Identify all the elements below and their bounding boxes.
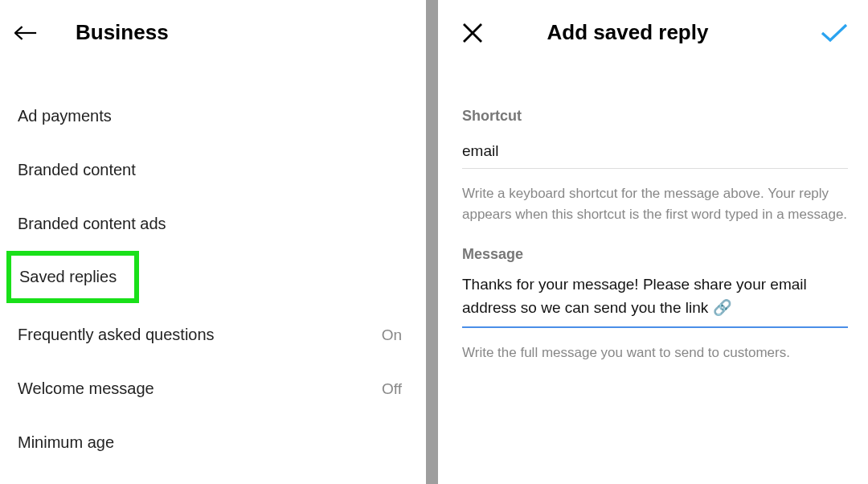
menu-item-label: Branded content <box>18 161 136 179</box>
settings-menu: Ad payments Branded content Branded cont… <box>0 65 426 470</box>
menu-item-label: Minimum age <box>18 433 114 452</box>
message-section: Message Thanks for your message! Please … <box>462 246 848 363</box>
menu-item-status: On <box>382 326 402 344</box>
shortcut-input[interactable]: email <box>462 142 848 169</box>
menu-item-label: Branded content ads <box>18 215 166 233</box>
back-arrow-icon[interactable] <box>14 25 37 41</box>
shortcut-label: Shortcut <box>462 108 848 125</box>
menu-item-label: Frequently asked questions <box>18 326 215 344</box>
left-header: Business <box>0 0 426 65</box>
panel-divider <box>426 0 438 484</box>
menu-item-minimum-age[interactable]: Minimum age <box>0 416 426 470</box>
menu-item-label: Saved replies <box>19 268 117 285</box>
message-label: Message <box>462 246 848 263</box>
menu-item-branded-content[interactable]: Branded content <box>0 143 426 197</box>
page-title: Add saved reply <box>547 20 709 45</box>
menu-item-welcome-message[interactable]: Welcome message Off <box>0 362 426 416</box>
menu-item-faq[interactable]: Frequently asked questions On <box>0 303 426 362</box>
menu-item-label: Welcome message <box>18 379 154 398</box>
message-input[interactable]: Thanks for your message! Please share yo… <box>462 273 848 328</box>
page-title: Business <box>76 20 169 45</box>
message-help-text: Write the full message you want to send … <box>462 342 848 363</box>
menu-item-label: Ad payments <box>18 107 112 125</box>
menu-item-ad-payments[interactable]: Ad payments <box>0 89 426 143</box>
business-settings-panel: Business Ad payments Branded content Bra… <box>0 0 426 484</box>
menu-item-saved-replies-highlight[interactable]: Saved replies <box>6 251 139 303</box>
add-saved-reply-panel: Add saved reply Shortcut email Write a k… <box>438 0 868 484</box>
shortcut-section: Shortcut email Write a keyboard shortcut… <box>462 108 848 226</box>
menu-item-status: Off <box>382 380 402 398</box>
shortcut-help-text: Write a keyboard shortcut for the messag… <box>462 183 848 226</box>
menu-item-branded-content-ads[interactable]: Branded content ads <box>0 197 426 251</box>
confirm-check-icon[interactable] <box>821 23 848 43</box>
right-header: Add saved reply <box>462 20 848 45</box>
message-value: Thanks for your message! Please share yo… <box>462 273 848 320</box>
close-icon[interactable] <box>462 23 483 43</box>
